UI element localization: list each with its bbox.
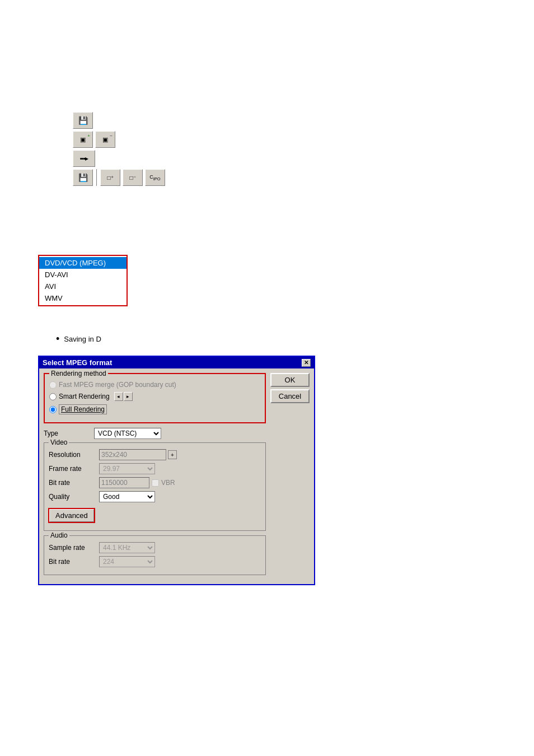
add-segment-icon: □⁺ — [107, 175, 113, 181]
add-track-icon: ▣ — [80, 136, 86, 143]
advanced-button[interactable]: Advanced — [49, 508, 95, 522]
toolbar-row-2: + ▣ − ▣ — [73, 131, 165, 148]
radio-fast-mpeg-label: Fast MPEG merge (GOP boundary cut) — [59, 381, 176, 389]
samplerate-row: Sample rate 44.1 KHz — [49, 542, 261, 553]
arrow-left-button[interactable]: ◂ — [114, 392, 123, 401]
ipo-icon: CIPO — [149, 174, 160, 181]
add-segment-button[interactable]: □⁺ — [100, 169, 120, 186]
resolution-plus-button[interactable]: + — [168, 450, 177, 459]
audio-bitrate-select[interactable]: 224 — [99, 556, 155, 567]
menu-item-dvd[interactable]: DVD/VCD (MPEG) — [39, 257, 127, 269]
menu-item-dv-avi[interactable]: DV-AVI — [39, 269, 127, 281]
ok-button[interactable]: OK — [270, 373, 310, 387]
dialog-right-panel: OK Cancel — [270, 373, 310, 580]
arrow-right-button[interactable]: ▸ — [124, 392, 133, 401]
vbr-checkbox[interactable] — [152, 479, 159, 487]
type-select[interactable]: VCD (NTSC) — [94, 428, 161, 439]
type-label: Type — [44, 430, 94, 437]
cancel-button[interactable]: Cancel — [270, 389, 310, 403]
radio-fast-mpeg: Fast MPEG merge (GOP boundary cut) — [49, 381, 260, 389]
quality-row: Quality Good — [49, 491, 261, 502]
bullet-text-label: Saving in D — [64, 335, 101, 343]
rendering-method-label: Rendering method — [49, 370, 108, 377]
radio-full-rendering-label: Full Rendering — [59, 404, 107, 414]
dialog-close-button[interactable]: ✕ — [302, 359, 311, 367]
framerate-label: Frame rate — [49, 465, 99, 473]
save-button-top[interactable]: 💾 — [73, 112, 93, 129]
quality-select[interactable]: Good — [99, 491, 155, 502]
remove-segment-icon: □⁻ — [129, 175, 135, 181]
vbr-row: VBR — [99, 477, 175, 488]
vbr-label: VBR — [161, 479, 175, 487]
samplerate-select[interactable]: 44.1 KHz — [99, 542, 155, 553]
bitrate-input[interactable] — [99, 477, 149, 488]
radio-smart-rendering-label: Smart Rendering — [59, 393, 110, 400]
samplerate-label: Sample rate — [49, 544, 99, 552]
remove-track-icon: ▣ — [102, 136, 108, 143]
menu-item-avi[interactable]: AVI — [39, 281, 127, 292]
radio-fast-mpeg-input[interactable] — [49, 381, 57, 389]
framerate-row: Frame rate 29.97 — [49, 463, 261, 474]
add-track-button[interactable]: + ▣ — [73, 131, 93, 148]
toolbar-area: 💾 + ▣ − ▣ ▪▪▪▸ 💾 □⁺ □⁻ CIPO — [73, 112, 165, 186]
toolbar-row-4: 💾 □⁺ □⁻ CIPO — [73, 169, 165, 186]
rendering-method-group: Rendering method Fast MPEG merge (GOP bo… — [44, 373, 266, 423]
ipo-button[interactable]: CIPO — [145, 169, 165, 186]
framerate-select[interactable]: 29.97 — [99, 463, 155, 474]
select-mpeg-dialog: Select MPEG format ✕ Rendering method Fa… — [38, 356, 315, 585]
remove-segment-button[interactable]: □⁻ — [123, 169, 143, 186]
quality-label: Quality — [49, 493, 99, 501]
dialog-left-panel: Rendering method Fast MPEG merge (GOP bo… — [44, 373, 266, 580]
bitrate-row: Bit rate VBR — [49, 477, 261, 488]
filmstrip-button[interactable]: ▪▪▪▸ — [73, 150, 95, 167]
menu-item-wmv[interactable]: WMV — [39, 292, 127, 304]
remove-track-button[interactable]: − ▣ — [95, 131, 115, 148]
type-row: Type VCD (NTSC) — [44, 428, 266, 439]
dialog-body: Rendering method Fast MPEG merge (GOP bo… — [39, 368, 314, 584]
resolution-input[interactable] — [99, 449, 166, 460]
bullet-section: • Saving in D — [56, 333, 101, 345]
smart-rendering-arrows: ◂ ▸ — [114, 392, 133, 401]
toolbar-row-3: ▪▪▪▸ — [73, 150, 165, 167]
dialog-titlebar: Select MPEG format ✕ — [39, 357, 314, 368]
toolbar-row-1: 💾 — [73, 112, 165, 129]
video-group: Video Resolution + Frame rate 29.97 Bit … — [44, 442, 266, 531]
radio-full-rendering-input[interactable] — [49, 406, 57, 413]
audio-group-label: Audio — [49, 531, 69, 539]
save-icon-top: 💾 — [78, 116, 88, 125]
radio-full-rendering: Full Rendering — [49, 404, 260, 414]
dialog-title: Select MPEG format — [43, 358, 112, 367]
save-icon-2: 💾 — [78, 173, 88, 182]
format-dropdown-menu: DVD/VCD (MPEG) DV-AVI AVI WMV — [38, 255, 128, 306]
save-button-2[interactable]: 💾 — [73, 169, 93, 186]
audio-group: Audio Sample rate 44.1 KHz Bit rate 224 — [44, 535, 266, 575]
filmstrip-icon: ▪▪▪▸ — [80, 155, 88, 162]
radio-smart-rendering: Smart Rendering ◂ ▸ — [49, 392, 260, 401]
bullet-dot: • — [56, 333, 59, 345]
audio-bitrate-row: Bit rate 224 — [49, 556, 261, 567]
audio-bitrate-label: Bit rate — [49, 558, 99, 566]
video-group-label: Video — [49, 438, 69, 446]
radio-smart-rendering-input[interactable] — [49, 393, 57, 400]
resolution-row: Resolution + — [49, 449, 261, 460]
resolution-label: Resolution — [49, 451, 99, 459]
bitrate-label: Bit rate — [49, 479, 99, 487]
